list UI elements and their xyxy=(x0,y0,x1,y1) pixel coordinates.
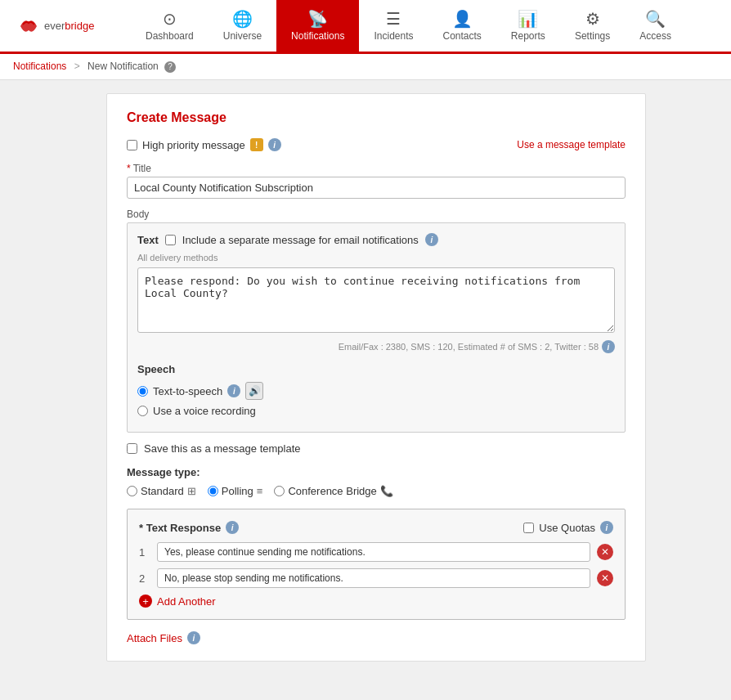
nav-item-contacts[interactable]: 👤 Contacts xyxy=(428,0,496,54)
high-priority-row: High priority message ! i Use a message … xyxy=(127,138,626,151)
use-quotas-right: Use Quotas i xyxy=(523,521,613,534)
add-circle-icon: + xyxy=(139,595,152,608)
high-priority-left: High priority message ! i xyxy=(127,138,281,151)
nav-item-access[interactable]: 🔍 Access xyxy=(625,0,686,54)
main-content: Create Message High priority message ! i… xyxy=(0,80,731,700)
nav-items: ⊙ Dashboard 🌐 Universe 📡 Notifications ☰… xyxy=(131,0,731,52)
title-label: *Title xyxy=(127,163,626,174)
nav-label-access: Access xyxy=(639,30,671,42)
type-conference-radio[interactable] xyxy=(274,486,285,496)
high-priority-warn-icon[interactable]: ! xyxy=(250,138,263,151)
type-standard-option: Standard ⊞ xyxy=(127,485,196,497)
response-input-2[interactable] xyxy=(157,568,590,588)
voice-recording-radio[interactable] xyxy=(137,406,148,416)
nav-label-notifications: Notifications xyxy=(291,30,344,42)
polling-icon: ≡ xyxy=(257,485,263,497)
text-response-info-icon[interactable]: i xyxy=(226,521,239,534)
include-email-checkbox[interactable] xyxy=(165,235,176,245)
breadcrumb: Notifications > New Notification ? xyxy=(0,54,731,80)
speech-label: Speech xyxy=(137,363,615,375)
body-section: Text Include a separate message for emai… xyxy=(127,222,626,433)
logo[interactable]: everbridge xyxy=(0,0,131,52)
logo-icon xyxy=(16,14,41,38)
include-email-info-icon[interactable]: i xyxy=(425,233,438,246)
nav-item-reports[interactable]: 📊 Reports xyxy=(496,0,560,54)
text-to-speech-label: Text-to-speech xyxy=(153,385,222,397)
attach-files-row: Attach Files i xyxy=(127,631,626,644)
nav-label-settings: Settings xyxy=(575,30,610,42)
response-num-1: 1 xyxy=(139,546,150,559)
card-title: Create Message xyxy=(127,110,626,125)
body-label: Body xyxy=(127,209,626,220)
response-row-2: 2 ✕ xyxy=(139,568,613,588)
create-message-card: Create Message High priority message ! i… xyxy=(106,93,646,662)
type-standard-radio[interactable] xyxy=(127,486,137,496)
high-priority-label: High priority message xyxy=(142,139,245,151)
text-to-speech-row: Text-to-speech i 🔊 xyxy=(137,382,615,400)
text-to-speech-info-icon[interactable]: i xyxy=(227,384,240,397)
body-row: Body Text Include a separate message for… xyxy=(127,209,626,433)
dashboard-icon: ⊙ xyxy=(163,11,177,27)
nav-label-reports: Reports xyxy=(511,30,545,42)
top-navigation: everbridge ⊙ Dashboard 🌐 Universe 📡 Noti… xyxy=(0,0,731,54)
use-quotas-info-icon[interactable]: i xyxy=(600,521,613,534)
contacts-icon: 👤 xyxy=(452,11,473,27)
add-another-button[interactable]: + Add Another xyxy=(139,595,613,608)
stats-info-icon[interactable]: i xyxy=(602,340,615,353)
add-another-label: Add Another xyxy=(157,595,216,608)
type-conference-label: Conference Bridge xyxy=(288,485,376,497)
include-email-label: Include a separate message for email not… xyxy=(182,234,419,246)
conference-icon: 📞 xyxy=(380,485,393,497)
logo-ever: ever xyxy=(44,20,65,32)
save-template-checkbox[interactable] xyxy=(127,443,137,454)
use-quotas-label: Use Quotas xyxy=(539,522,595,534)
high-priority-checkbox[interactable] xyxy=(127,140,137,150)
breadcrumb-home-link[interactable]: Notifications xyxy=(13,61,66,72)
reports-icon: 📊 xyxy=(518,11,538,27)
nav-item-settings[interactable]: ⚙ Settings xyxy=(560,0,625,54)
title-required-star: * xyxy=(127,163,131,174)
remove-response-2-button[interactable]: ✕ xyxy=(597,570,613,586)
universe-icon: 🌐 xyxy=(232,11,253,27)
incidents-icon: ☰ xyxy=(386,11,401,27)
title-input[interactable] xyxy=(127,177,626,199)
remove-response-1-button[interactable]: ✕ xyxy=(597,544,613,560)
standard-icon: ⊞ xyxy=(187,485,196,497)
access-icon: 🔍 xyxy=(645,11,666,27)
type-conference-option: Conference Bridge 📞 xyxy=(274,485,392,497)
text-response-box: * Text Response i Use Quotas i 1 ✕ 2 ✕ xyxy=(127,509,626,620)
nav-label-contacts: Contacts xyxy=(442,30,481,42)
speaker-icon[interactable]: 🔊 xyxy=(245,382,263,400)
text-to-speech-radio[interactable] xyxy=(137,386,148,397)
breadcrumb-help-icon[interactable]: ? xyxy=(164,61,176,73)
text-response-label: * Text Response xyxy=(139,522,221,534)
use-quotas-checkbox[interactable] xyxy=(523,523,534,533)
nav-label-dashboard: Dashboard xyxy=(146,30,194,42)
type-polling-radio[interactable] xyxy=(208,486,218,496)
type-polling-label: Polling xyxy=(222,485,253,497)
type-polling-option: Polling ≡ xyxy=(208,485,263,497)
message-type-label: Message type: xyxy=(127,466,626,478)
save-template-label: Save this as a message template xyxy=(144,442,301,455)
nav-item-universe[interactable]: 🌐 Universe xyxy=(209,0,276,54)
high-priority-info-icon[interactable]: i xyxy=(268,138,281,151)
logo-bridge: bridge xyxy=(65,20,94,32)
voice-recording-label: Use a voice recording xyxy=(153,405,256,417)
use-template-link[interactable]: Use a message template xyxy=(517,139,626,150)
text-response-header: * Text Response i Use Quotas i xyxy=(139,521,613,534)
speech-section: Speech Text-to-speech i 🔊 Use a voice re… xyxy=(137,363,615,417)
body-section-header: Text Include a separate message for emai… xyxy=(137,233,615,246)
title-row: *Title xyxy=(127,163,626,199)
nav-item-notifications[interactable]: 📡 Notifications xyxy=(276,0,359,54)
body-textarea[interactable]: Please respond: Do you wish to continue … xyxy=(137,267,615,333)
nav-item-dashboard[interactable]: ⊙ Dashboard xyxy=(131,0,209,54)
settings-icon: ⚙ xyxy=(585,11,600,27)
text-label: Text xyxy=(137,234,159,246)
response-input-1[interactable] xyxy=(157,542,590,562)
nav-item-incidents[interactable]: ☰ Incidents xyxy=(359,0,428,54)
attach-files-link[interactable]: Attach Files xyxy=(127,632,182,644)
breadcrumb-separator: > xyxy=(74,61,80,72)
all-delivery-text: All delivery methods xyxy=(137,253,615,262)
save-template-row: Save this as a message template xyxy=(127,442,626,455)
attach-files-info-icon[interactable]: i xyxy=(187,631,200,644)
